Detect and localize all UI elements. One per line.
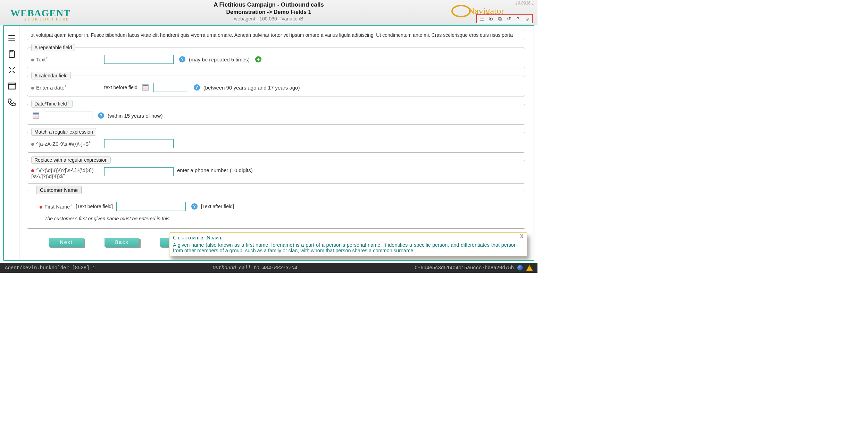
menu-icon[interactable]	[6, 33, 17, 44]
screen-icon[interactable]: ⧉	[497, 16, 503, 22]
help-icon[interactable]: ?	[191, 203, 198, 210]
session-id: C-6b4e5c3d514c4c15a6ccc7bd8a20d75b	[415, 265, 514, 271]
regex-replace-legend: Replace with a regular expression	[31, 156, 111, 164]
svg-rect-3	[8, 85, 15, 89]
regex-match-fieldset: Match a regular expression ^[a-zA-Z0-9\s…	[27, 128, 525, 153]
back-button[interactable]: Back	[105, 238, 139, 247]
calendar-icon[interactable]	[142, 84, 149, 91]
tooltip-body: A given name (also known as a first name…	[173, 242, 517, 253]
next-button[interactable]: Next	[49, 238, 84, 247]
phone-icon[interactable]: ✆	[488, 16, 494, 22]
first-name-input[interactable]	[116, 202, 186, 211]
tools-icon[interactable]	[6, 65, 17, 76]
help-icon[interactable]: ?	[515, 16, 521, 22]
calendar-icon[interactable]	[33, 112, 39, 119]
regex-match-label: ^[a-zA-Z0-9\s.#\(\)\-]+$	[36, 141, 89, 147]
calendar-fieldset: A calendar field Enter a date+ text befo…	[27, 72, 525, 96]
repeatable-legend: A repeatable field	[31, 44, 75, 51]
history-icon[interactable]: ↺	[506, 16, 512, 22]
app-header: WEBAGENT YOUR LOGO HERE A Fictitious Cam…	[0, 0, 537, 25]
calendar-pretext: text before field	[104, 85, 137, 90]
exit-icon[interactable]: ⎋	[524, 16, 530, 22]
status-indicator-icon	[517, 265, 523, 271]
text-after-label: [Text after field]	[201, 204, 234, 209]
datetime-legend: Date/Time field+	[31, 100, 73, 108]
svg-point-0	[452, 6, 470, 17]
help-icon[interactable]: ?	[194, 84, 200, 91]
warning-icon[interactable]	[526, 265, 533, 271]
help-icon[interactable]: ?	[179, 56, 185, 62]
calendar-label: Enter a date	[36, 85, 65, 91]
datetime-input[interactable]	[44, 111, 92, 120]
repeatable-hint: (may be repeated 5 times)	[189, 57, 250, 62]
calendar-hint: (between 90 years ago and 17 years ago)	[203, 85, 300, 91]
svg-rect-4	[8, 83, 16, 84]
customer-legend: Customer Name	[36, 186, 82, 194]
text-before-label: [Text before field]	[76, 204, 113, 209]
dial-icon[interactable]	[6, 96, 17, 108]
help-icon[interactable]: ?	[98, 112, 104, 119]
regex-replace-input[interactable]	[104, 167, 174, 176]
topbar-icon-group: ☰ ✆ ⧉ ↺ ? ⎋	[476, 14, 533, 23]
regex-replace-fieldset: Replace with a regular expression ^\(?(\…	[27, 156, 525, 184]
regex-match-legend: Match a regular expression	[31, 128, 96, 136]
first-name-label: First Name	[44, 204, 70, 210]
clipboard-icon[interactable]	[6, 49, 17, 60]
version-label: 19.0916.1	[516, 1, 534, 6]
repeatable-label: Text	[36, 57, 46, 62]
calendar-input[interactable]	[153, 83, 188, 92]
add-repeat-icon[interactable]: +	[255, 56, 261, 62]
status-bar: Agent/kevin.burkholder [8538].1 Outbound…	[0, 263, 537, 273]
agent-status: Agent/kevin.burkholder [8538].1	[5, 265, 95, 271]
datetime-fieldset: Date/Time field+ ? (within 15 years of n…	[27, 100, 525, 125]
datetime-hint: (within 15 years of now)	[108, 113, 162, 119]
call-status: Outbound call to 484-883-3704	[213, 265, 298, 271]
regex-replace-label-2: [\s-\.]?(\d{4})$	[31, 173, 63, 179]
tooltip-popup: X Customer Name A given name (also known…	[169, 232, 527, 256]
regex-match-input[interactable]	[104, 139, 174, 148]
repeatable-input[interactable]	[104, 55, 174, 64]
archive-icon[interactable]	[6, 80, 17, 92]
regex-replace-hint: enter a phone number (10 digits)	[177, 167, 253, 173]
list-icon[interactable]: ☰	[479, 16, 485, 22]
close-icon[interactable]: X	[520, 234, 524, 240]
description-text: ut volutpat quam tempor in. Fusce bibend…	[27, 30, 525, 40]
repeatable-fieldset: A repeatable field Text+ ? (may be repea…	[27, 44, 525, 68]
calendar-legend: A calendar field	[31, 72, 71, 79]
app-frame: ut volutpat quam tempor in. Fusce bibend…	[3, 25, 534, 261]
first-name-help: The customer's first or given name must …	[44, 216, 516, 221]
sidebar	[4, 26, 20, 260]
content-area: ut volutpat quam tempor in. Fusce bibend…	[20, 26, 534, 260]
customer-name-group: Customer Name First Name+ [Text before f…	[27, 190, 525, 229]
tooltip-title: Customer Name	[173, 235, 517, 241]
